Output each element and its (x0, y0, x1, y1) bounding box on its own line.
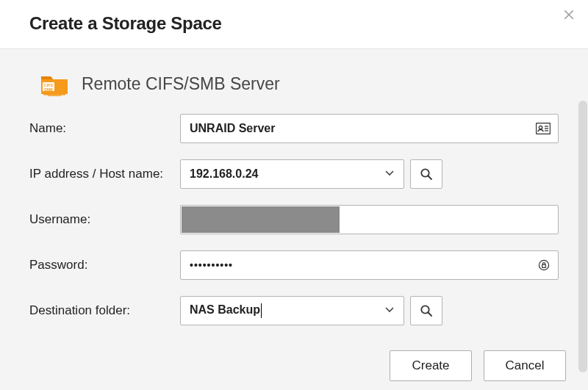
destination-label: Destination folder: (29, 303, 180, 318)
password-input[interactable]: •••••••••• (180, 250, 559, 280)
svg-rect-4 (48, 95, 61, 96)
search-icon (420, 167, 433, 181)
svg-text:SMB: SMB (44, 87, 53, 92)
svg-line-15 (429, 313, 432, 317)
username-input[interactable] (180, 205, 559, 234)
scrollbar-thumb[interactable] (578, 101, 587, 372)
svg-rect-3 (43, 94, 65, 95)
show-password-icon[interactable] (537, 259, 551, 271)
name-value: UNRAID Server (190, 122, 275, 135)
password-mask: •••••••••• (190, 259, 233, 271)
search-icon (420, 304, 433, 317)
close-button[interactable] (559, 4, 579, 25)
close-icon (562, 8, 576, 21)
username-label: Username: (29, 212, 180, 227)
username-redacted (182, 206, 340, 233)
section-title: Remote CIFS/SMB Server (82, 74, 280, 94)
cifs-smb-folder-icon: CIFS SMB (40, 71, 68, 96)
section-header: CIFS SMB Remote CIFS/SMB Server (0, 49, 588, 104)
chevron-down-icon (384, 167, 395, 181)
svg-point-6 (539, 126, 542, 129)
cancel-button[interactable]: Cancel (484, 350, 566, 381)
destination-search-button[interactable] (410, 296, 442, 325)
password-label: Password: (29, 258, 180, 272)
ip-label: IP address / Host name: (29, 167, 180, 181)
name-input[interactable]: UNRAID Server (180, 114, 559, 143)
svg-point-12 (539, 260, 548, 270)
ip-host-combo[interactable]: 192.168.0.24 (180, 159, 404, 189)
chevron-down-icon (384, 304, 395, 317)
destination-combo[interactable]: NAS Backup (180, 296, 404, 325)
svg-line-11 (429, 176, 432, 180)
dialog-header: Create a Storage Space (0, 0, 588, 49)
text-caret (261, 303, 262, 318)
dialog-title: Create a Storage Space (29, 13, 559, 34)
ip-host-value: 192.168.0.24 (190, 167, 258, 181)
create-button[interactable]: Create (390, 350, 472, 381)
svg-rect-13 (542, 264, 546, 267)
ip-search-button[interactable] (410, 159, 442, 189)
dialog-footer: Create Cancel (390, 350, 566, 381)
name-label: Name: (29, 121, 180, 136)
scrollbar[interactable] (578, 101, 588, 390)
contact-card-icon[interactable] (536, 123, 551, 134)
destination-value: NAS Backup (190, 303, 262, 318)
storage-form: Name: UNRAID Server (0, 104, 588, 325)
